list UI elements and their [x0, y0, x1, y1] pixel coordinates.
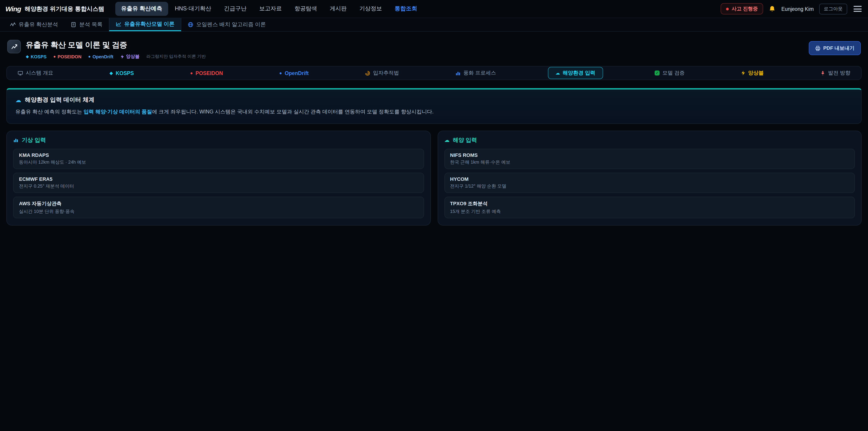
ocean-input-panel: ☁ 해양 입력 NIFS ROMS 한국 근해 1km 해류·수온 예보 HYC… [437, 131, 862, 225]
badge-poseidon: ● POSEIDON [53, 54, 81, 59]
printer-icon [815, 45, 820, 51]
nav-item-weather-info[interactable]: 기상정보 [353, 2, 388, 16]
bell-icon[interactable] [769, 5, 776, 12]
tab-analysis-list[interactable]: 분석 목록 [64, 18, 109, 31]
nav-item-reports[interactable]: 보고자료 [253, 2, 288, 16]
intro-card-title: 해양환경 입력 데이터 체계 [25, 96, 94, 104]
hamburger-menu-icon[interactable] [852, 4, 863, 13]
weather-input-panel: 기상 입력 KMA RDAPS 동아시아 12km 해상도 · 24h 예보 E… [6, 131, 431, 225]
section-kosps[interactable]: ◆ KOSPS [105, 68, 138, 78]
section-nav-strip: 시스템 개요 ◆ KOSPS ● POSEIDON ● OpenDrift 입자… [6, 66, 862, 80]
badge-ensemble: 앙상블 [120, 53, 140, 60]
section-marine-environment-input[interactable]: ☁ 해양환경 입력 [548, 67, 603, 79]
nav-item-oil-spill-forecast[interactable]: 유출유 확산예측 [115, 2, 168, 16]
pdf-export-button[interactable]: PDF 내보내기 [809, 41, 861, 55]
check-icon: ✓ [655, 70, 660, 75]
marine-input-intro-card: ☁ 해양환경 입력 데이터 체계 유출유 확산 예측의 정확도는 입력 해양·기… [6, 88, 862, 124]
ocean-input-title: 해양 입력 [453, 136, 477, 144]
page-icon [7, 40, 21, 53]
activity-chart-icon [10, 22, 16, 28]
main-nav: 유출유 확산예측 HNS·대기확산 긴급구난 보고자료 항공탐색 게시판 기상정… [115, 2, 423, 16]
top-navbar: Wing 해양환경 위기대응 통합시스템 유출유 확산예측 HNS·대기확산 긴… [0, 0, 868, 18]
line-chart-icon [116, 21, 121, 27]
dataset-item: AWS 자동기상관측 실시간 10분 단위 풍향·풍속 [13, 196, 424, 218]
topbar-right: 사고 진행중 Eunjeong Kim 로그아웃 [721, 3, 863, 14]
page-title: 유출유 확산 모델 이론 및 검증 [26, 40, 206, 50]
dot-icon: ● [53, 54, 56, 59]
dataset-item: KMA RDAPS 동아시아 12km 해상도 · 24h 예보 [13, 149, 424, 169]
cloud-icon: ☁ [555, 70, 560, 75]
section-poseidon[interactable]: ● POSEIDON [186, 68, 228, 78]
section-weathering-process[interactable]: 풍화 프로세스 [451, 68, 500, 78]
tab-diffusion-model-theory[interactable]: 유출유확산모델 이론 [109, 18, 181, 31]
logout-button[interactable]: 로그아웃 [819, 3, 847, 14]
brand: Wing 해양환경 위기대응 통합시스템 [5, 5, 104, 13]
bar-chart-icon [455, 70, 461, 76]
badge-opendrift: ● OpenDrift [88, 54, 113, 59]
bar-chart-icon [13, 137, 19, 143]
intro-card-title-row: ☁ 해양환경 입력 데이터 체계 [16, 96, 852, 104]
wing-logo: Wing [5, 5, 21, 13]
nav-item-aerial-search[interactable]: 항공탐색 [289, 2, 323, 16]
theory-note: 라그랑지안 입자추적 이론 기반 [146, 54, 206, 59]
dot-icon: ● [88, 54, 91, 59]
globe-icon [188, 22, 193, 28]
dataset-item: HYCOM 전지구 1/12° 해양 순환 모델 [444, 173, 855, 193]
page-header: 유출유 확산 모델 이론 및 검증 ◆ KOSPS ● POSEIDON ● O… [0, 32, 868, 63]
nav-item-emergency-rescue[interactable]: 긴급구난 [218, 2, 252, 16]
dataset-item: NIFS ROMS 한국 근해 1km 해류·수온 예보 [444, 149, 855, 169]
section-system-overview[interactable]: 시스템 개요 [13, 68, 58, 78]
nav-item-board[interactable]: 게시판 [324, 2, 352, 16]
dataset-item: ECMWF ERA5 전지구 0.25° 재분석 데이터 [13, 173, 424, 193]
user-name: Eunjeong Kim [781, 6, 814, 11]
app-title: 해양환경 위기대응 통합시스템 [25, 5, 104, 13]
model-badges: ◆ KOSPS ● POSEIDON ● OpenDrift 앙상블 [26, 53, 206, 60]
ocean-input-title-row: ☁ 해양 입력 [444, 136, 855, 144]
dot-icon: ● [279, 70, 282, 75]
tab-oil-fence-algorithm-theory[interactable]: 오일펜스 배치 알고리즘 이론 [181, 18, 272, 31]
badge-kosps: ◆ KOSPS [26, 54, 46, 59]
monitor-icon [18, 70, 23, 76]
input-data-panels: 기상 입력 KMA RDAPS 동아시아 12km 해상도 · 24h 예보 E… [6, 131, 862, 225]
section-future-direction[interactable]: 발전 방향 [815, 68, 855, 78]
nav-item-hns-atmospheric[interactable]: HNS·대기확산 [169, 2, 217, 16]
cloud-icon: ☁ [444, 137, 450, 144]
spiral-icon [365, 70, 370, 76]
nav-item-integrated-search[interactable]: 통합조회 [389, 2, 423, 16]
dot-icon: ● [190, 70, 193, 75]
cloud-icon: ☁ [16, 96, 21, 103]
incident-dot-icon [726, 7, 729, 10]
incident-status-badge[interactable]: 사고 진행중 [721, 3, 763, 14]
diamond-icon: ◆ [26, 54, 29, 59]
intro-card-text: 유출유 확산 예측의 정확도는 입력 해양·기상 데이터의 품질에 크게 좌우됩… [16, 108, 852, 116]
dataset-item: TPXO9 조화분석 15개 분조 기반 조류 예측 [444, 196, 855, 218]
section-opendrift[interactable]: ● OpenDrift [275, 68, 313, 78]
section-ensemble[interactable]: 앙상블 [737, 68, 768, 78]
section-model-validation[interactable]: ✓ 모델 검증 [650, 68, 689, 78]
tab-spill-analysis[interactable]: 유출유 확산분석 [4, 18, 64, 31]
rocket-icon [820, 70, 826, 76]
incident-label: 사고 진행중 [732, 5, 758, 12]
weather-input-title-row: 기상 입력 [13, 136, 424, 144]
app-root: Wing 해양환경 위기대응 통합시스템 유출유 확산예측 HNS·대기확산 긴… [0, 0, 868, 431]
sub-tab-bar: 유출유 확산분석 분석 목록 유출유확산모델 이론 오일펜스 배치 알고리즘 이… [0, 18, 868, 32]
weather-input-title: 기상 입력 [22, 136, 46, 144]
model-chart-icon [11, 43, 18, 50]
intro-highlight: 입력 해양·기상 데이터의 품질 [84, 109, 152, 114]
diamond-icon: ◆ [110, 70, 113, 75]
lightning-icon [741, 70, 745, 75]
lightning-icon [120, 54, 124, 59]
document-icon [71, 22, 76, 28]
section-particle-tracking[interactable]: 입자추적법 [360, 68, 403, 78]
